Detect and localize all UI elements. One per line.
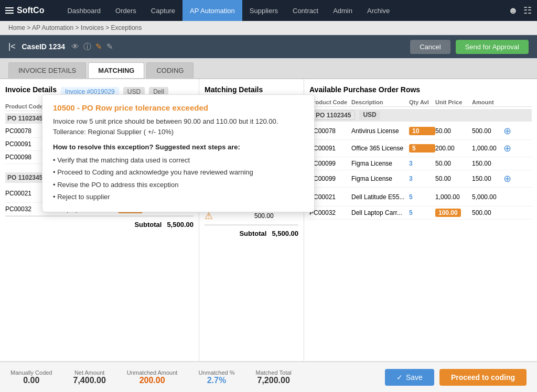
qty-highlight: 5	[409, 144, 435, 153]
exception-step: Reject to supplier	[53, 191, 304, 203]
exception-step: Proceed to Coding and acknowledge you ha…	[53, 166, 304, 178]
table-row: PC00078 Antivirus License 10 50.00 500.0…	[309, 123, 532, 140]
send-for-approval-button[interactable]: Send for Approval	[456, 40, 529, 54]
qty-blue: 3	[409, 160, 435, 167]
exception-popup: 10500 - PO Row price tolerance exceeded …	[42, 94, 315, 212]
cancel-button[interactable]: Cancel	[410, 40, 450, 54]
available-po-rows-panel: Available Purchase Order Rows Product Co…	[304, 79, 537, 361]
invoice-details-title: Invoice Details	[5, 85, 57, 94]
edit-icon[interactable]: ✎	[95, 42, 102, 52]
add-row-button[interactable]: ⊕	[503, 125, 519, 137]
info-icon[interactable]: ⓘ	[83, 42, 91, 52]
first-prev-icon[interactable]: |<	[8, 42, 16, 51]
nav-contract[interactable]: Contract	[285, 0, 326, 21]
stat-manually-coded: Manually Coded 0.00	[10, 369, 52, 385]
top-nav: SoftCo Dashboard Orders Capture AP Autom…	[0, 0, 537, 21]
exception-title: 10500 - PO Row price tolerance exceeded	[53, 103, 304, 112]
nav-suppliers[interactable]: Suppliers	[242, 0, 285, 21]
exception-step: Verify that the matching data used is co…	[53, 154, 304, 166]
hamburger-icon[interactable]	[5, 7, 14, 14]
table-row: PC00021 Dell Latitude E55... 5 1,000.00 …	[309, 188, 532, 206]
stat-matched-total: Matched Total 7,200.00	[256, 369, 292, 385]
check-icon: ✓	[396, 373, 403, 382]
po-header-row: PO 1102345 USD	[309, 109, 532, 122]
po-currency-badge: USD	[359, 111, 380, 120]
table-row: PC00032 Dell Laptop Carr... 5 100.00 500…	[309, 206, 532, 220]
invoice-subtotal: Subtotal 5,500.00	[5, 216, 194, 233]
po-number-badge: PO 1102345	[312, 111, 355, 120]
po-col-headers: Product Code Description Qty Avl Unit Pr…	[309, 98, 532, 107]
exception-description: Invoice row 5 unit price should be betwe…	[53, 116, 304, 137]
price-highlight: 100.00	[435, 209, 461, 217]
available-po-title: Available Purchase Order Rows	[309, 85, 532, 94]
exception-steps: Verify that the matching data used is co…	[53, 154, 304, 203]
case-header: |< CaseID 1234 👁 ⓘ ✎ ✎ Cancel Send for A…	[0, 35, 537, 58]
tab-bar: INVOICE DETAILS MATCHING CODING	[0, 58, 537, 79]
add-row-button[interactable]: ⊕	[503, 173, 519, 184]
qty-blue: 5	[409, 193, 435, 201]
stat-unmatched-pct: Unmatched % 2.7%	[198, 369, 234, 385]
grid-icon[interactable]: ☷	[523, 5, 532, 16]
qty-blue: 5	[409, 209, 435, 216]
qty-highlight: 10	[409, 127, 435, 135]
case-icon-group: 👁 ⓘ ✎ ✎	[71, 42, 113, 52]
nav-right: ☻ ☷	[508, 5, 532, 16]
tab-matching[interactable]: MATCHING	[88, 62, 144, 78]
tab-invoice-details[interactable]: INVOICE DETAILS	[8, 62, 86, 78]
nav-orders[interactable]: Orders	[108, 0, 144, 21]
case-header-buttons: Cancel Send for Approval	[410, 40, 529, 54]
proceed-to-coding-button[interactable]: Proceed to coding	[439, 369, 527, 386]
qty-blue: 3	[409, 175, 435, 182]
exception-how-title: How to resolve this exception? Suggested…	[53, 143, 304, 151]
add-row-button[interactable]: ⊕	[503, 143, 519, 154]
matching-subtotal: Subtotal 5,500.00	[205, 225, 298, 242]
save-button[interactable]: ✓ Save	[385, 369, 434, 386]
message-icon[interactable]: ✎	[106, 42, 113, 52]
exception-step: Revise the PO to address this exception	[53, 179, 304, 191]
case-id: CaseID 1234	[22, 42, 66, 51]
stat-unmatched-amount: Unmatched Amount 200.00	[127, 369, 178, 385]
breadcrumb: Home > AP Automation > Invoices > Except…	[0, 21, 537, 35]
table-row: PC00099 Figma License 3 50.00 150.00 ⊕	[309, 170, 532, 188]
footer: Manually Coded 0.00 Net Amount 7,400.00 …	[0, 361, 537, 392]
logo: SoftCo	[5, 6, 44, 15]
tab-coding[interactable]: CODING	[146, 62, 194, 78]
nav-archive[interactable]: Archive	[360, 0, 397, 21]
nav-dashboard[interactable]: Dashboard	[60, 0, 108, 21]
nav-admin[interactable]: Admin	[326, 0, 360, 21]
table-row: PC00099 Figma License 3 50.00 150.00	[309, 157, 532, 170]
warning-icon: ⚠	[205, 211, 213, 221]
nav-capture[interactable]: Capture	[144, 0, 182, 21]
table-row: PC00091 Office 365 License 5 200.00 1,00…	[309, 140, 532, 157]
nav-items: Dashboard Orders Capture AP Automation S…	[60, 0, 508, 21]
user-icon[interactable]: ☻	[508, 5, 518, 16]
nav-ap-automation[interactable]: AP Automation	[182, 0, 242, 21]
stat-net-amount: Net Amount 7,400.00	[73, 369, 106, 385]
matching-details-title: Matching Details	[205, 85, 298, 94]
main-content: Invoice Details Invoice #0019029 USD Del…	[0, 79, 537, 361]
eye-icon[interactable]: 👁	[71, 42, 79, 52]
footer-actions: ✓ Save Proceed to coding	[385, 369, 527, 386]
